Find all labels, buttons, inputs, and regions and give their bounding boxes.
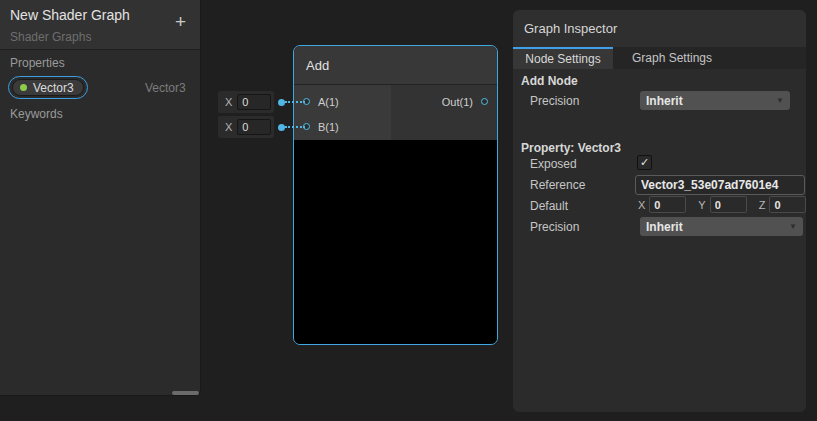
port-value-input-a[interactable] bbox=[237, 94, 271, 110]
tab-graph-settings[interactable]: Graph Settings bbox=[613, 47, 731, 69]
edge-dash-a bbox=[285, 101, 305, 103]
output-ports-column: Out(1) bbox=[391, 85, 497, 140]
chevron-down-icon: ▼ bbox=[789, 222, 797, 231]
property-pill-inner: Vector3 bbox=[12, 79, 84, 96]
inspector-title: Graph Inspector bbox=[513, 10, 806, 47]
input-port-row-a: A(1) bbox=[294, 89, 391, 114]
port-value-input-b[interactable] bbox=[237, 119, 271, 135]
inspector-body: Add Node Precision Inherit ▼ Property: V… bbox=[513, 69, 806, 412]
exposed-label: Exposed bbox=[530, 157, 577, 171]
reference-label: Reference bbox=[530, 178, 585, 192]
node-title[interactable]: Add bbox=[294, 46, 497, 85]
port-b-label: B(1) bbox=[318, 121, 339, 133]
property-color-dot bbox=[20, 84, 27, 91]
blackboard-subtitle: Shader Graphs bbox=[10, 30, 91, 44]
property-type-label: Vector3 bbox=[145, 81, 186, 95]
exposed-checkbox[interactable]: ✓ bbox=[637, 155, 652, 170]
x-axis-label: X bbox=[638, 199, 645, 211]
blackboard-header: New Shader Graph + Shader Graphs bbox=[0, 0, 200, 50]
property-precision-dropdown[interactable]: Inherit ▼ bbox=[640, 217, 803, 236]
inspector-tab-bar: Node Settings Graph Settings bbox=[513, 47, 806, 69]
property-precision-value: Inherit bbox=[646, 220, 789, 234]
add-node-heading: Add Node bbox=[521, 74, 578, 88]
property-pill-vector3[interactable]: Vector3 bbox=[8, 76, 88, 99]
node-preview bbox=[294, 140, 497, 345]
graph-inspector-panel: Graph Inspector Node Settings Graph Sett… bbox=[513, 10, 806, 412]
node-port-area: A(1) B(1) Out(1) bbox=[294, 85, 497, 140]
edge-dash-b bbox=[285, 126, 305, 128]
property-heading: Property: Vector3 bbox=[521, 141, 621, 155]
default-y-input[interactable] bbox=[710, 196, 747, 213]
node-precision-label: Precision bbox=[530, 94, 579, 108]
axis-label: X bbox=[225, 96, 232, 108]
y-axis-label: Y bbox=[698, 199, 705, 211]
tab-node-settings[interactable]: Node Settings bbox=[513, 47, 613, 69]
port-a-label: A(1) bbox=[318, 96, 339, 108]
default-x-input[interactable] bbox=[649, 196, 686, 213]
blackboard-panel: New Shader Graph + Shader Graphs Propert… bbox=[0, 0, 201, 396]
edge-dot-a bbox=[278, 99, 285, 106]
node-precision-value: Inherit bbox=[646, 94, 776, 108]
default-vector-fields: X Y Z bbox=[638, 196, 806, 213]
default-label: Default bbox=[530, 199, 568, 213]
z-axis-label: Z bbox=[759, 199, 766, 211]
property-precision-label: Precision bbox=[530, 220, 579, 234]
output-port-row: Out(1) bbox=[391, 89, 497, 114]
chevron-down-icon: ▼ bbox=[776, 96, 784, 105]
add-property-button[interactable]: + bbox=[175, 12, 186, 31]
input-port-row-b: B(1) bbox=[294, 114, 391, 139]
property-name: Vector3 bbox=[33, 81, 74, 95]
port-out-label: Out(1) bbox=[442, 96, 473, 108]
input-ports-column: A(1) B(1) bbox=[294, 85, 391, 140]
blackboard-title: New Shader Graph bbox=[10, 7, 130, 23]
reference-input[interactable] bbox=[635, 175, 805, 195]
section-label-properties: Properties bbox=[10, 56, 65, 70]
port-out-connector[interactable] bbox=[481, 98, 488, 105]
edge-dot-b bbox=[278, 124, 285, 131]
axis-label: X bbox=[225, 121, 232, 133]
port-value-widget-a: X bbox=[218, 91, 274, 113]
default-z-input[interactable] bbox=[769, 196, 806, 213]
add-node[interactable]: Add A(1) B(1) Out(1) bbox=[293, 45, 498, 345]
scrollbar-thumb[interactable] bbox=[172, 391, 199, 395]
port-value-widget-b: X bbox=[218, 116, 274, 138]
section-label-keywords: Keywords bbox=[10, 107, 63, 121]
node-precision-dropdown[interactable]: Inherit ▼ bbox=[640, 91, 790, 110]
